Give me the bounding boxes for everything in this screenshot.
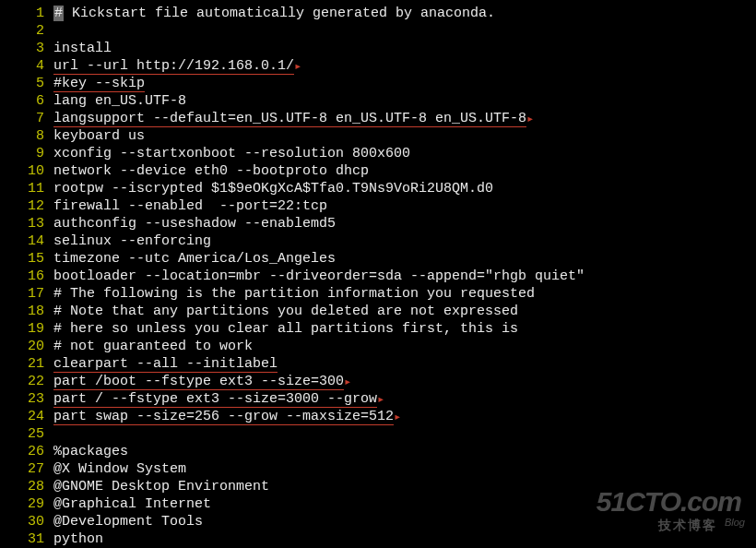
line-number: 23 bbox=[0, 390, 53, 408]
line-number: 2 bbox=[0, 22, 53, 40]
code-content[interactable]: network --device eth0 --bootproto dhcp bbox=[53, 162, 756, 180]
code-line[interactable]: 14selinux --enforcing bbox=[0, 232, 756, 250]
code-content[interactable]: langsupport --default=en_US.UTF-8 en_US.… bbox=[53, 110, 756, 127]
arrow-icon: ▸ bbox=[377, 392, 384, 407]
code-line[interactable]: 2 bbox=[0, 22, 756, 40]
line-number: 8 bbox=[0, 127, 53, 145]
line-number: 12 bbox=[0, 197, 53, 215]
line-number: 3 bbox=[0, 40, 53, 57]
code-content[interactable]: install bbox=[53, 40, 756, 57]
code-line[interactable]: 19# here so unless you clear all partiti… bbox=[0, 320, 756, 338]
code-line[interactable]: 8keyboard us bbox=[0, 127, 756, 145]
code-content[interactable]: rootpw --iscrypted $1$9eOKgXcA$Tfa0.T9Ns… bbox=[53, 180, 756, 197]
code-line[interactable]: 22part /boot --fstype ext3 --size=300▸ bbox=[0, 373, 756, 390]
code-content[interactable]: @X Window System bbox=[53, 460, 756, 478]
code-content[interactable]: keyboard us bbox=[53, 127, 756, 145]
code-line[interactable]: 15timezone --utc America/Los_Angeles bbox=[0, 250, 756, 268]
line-number: 6 bbox=[0, 92, 53, 110]
code-line[interactable]: 6lang en_US.UTF-8 bbox=[0, 92, 756, 110]
line-number: 20 bbox=[0, 338, 53, 355]
code-editor[interactable]: 1# Kickstart file automatically generate… bbox=[0, 0, 756, 548]
code-line[interactable]: 21clearpart --all --initlabel bbox=[0, 355, 756, 373]
line-number: 19 bbox=[0, 320, 53, 338]
line-number: 16 bbox=[0, 268, 53, 285]
code-line[interactable]: 17# The following is the partition infor… bbox=[0, 285, 756, 303]
code-content[interactable]: @GNOME Desktop Environment bbox=[53, 478, 756, 495]
code-line[interactable]: 10network --device eth0 --bootproto dhcp bbox=[0, 162, 756, 180]
arrow-icon: ▸ bbox=[526, 112, 534, 126]
code-line[interactable]: 9xconfig --startxonboot --resolution 800… bbox=[0, 145, 756, 162]
code-content[interactable]: part / --fstype ext3 --size=3000 --grow▸ bbox=[53, 390, 756, 408]
line-number: 25 bbox=[0, 425, 53, 443]
code-content[interactable]: lang en_US.UTF-8 bbox=[53, 92, 756, 110]
code-content[interactable]: # not guaranteed to work bbox=[53, 338, 756, 355]
line-number: 5 bbox=[0, 75, 53, 92]
code-content[interactable]: firewall --enabled --port=22:tcp bbox=[53, 197, 756, 215]
code-line[interactable]: 30@Development Tools bbox=[0, 513, 756, 530]
line-number: 28 bbox=[0, 478, 53, 495]
code-line[interactable]: 5#key --skip bbox=[0, 75, 756, 92]
code-line[interactable]: 16bootloader --location=mbr --driveorder… bbox=[0, 268, 756, 285]
line-number: 7 bbox=[0, 110, 53, 127]
code-line[interactable]: 28@GNOME Desktop Environment bbox=[0, 478, 756, 495]
line-number: 27 bbox=[0, 460, 53, 478]
code-content[interactable]: # Kickstart file automatically generated… bbox=[53, 5, 756, 22]
code-line[interactable]: 25 bbox=[0, 425, 756, 443]
line-number: 22 bbox=[0, 373, 53, 390]
code-line[interactable]: 26%packages bbox=[0, 443, 756, 460]
line-number: 4 bbox=[0, 57, 53, 75]
code-content[interactable]: @Development Tools bbox=[53, 513, 756, 530]
code-content[interactable]: python bbox=[53, 530, 756, 548]
code-content[interactable]: #key --skip bbox=[53, 75, 756, 92]
line-number: 13 bbox=[0, 215, 53, 232]
code-content[interactable]: part swap --size=256 --grow --maxsize=51… bbox=[53, 408, 756, 425]
code-content[interactable]: authconfig --useshadow --enablemd5 bbox=[53, 215, 756, 232]
line-number: 31 bbox=[0, 530, 53, 548]
arrow-icon: ▸ bbox=[394, 410, 401, 424]
line-number: 9 bbox=[0, 145, 53, 162]
arrow-icon: ▸ bbox=[344, 375, 351, 389]
code-content[interactable]: # here so unless you clear all partition… bbox=[53, 320, 756, 338]
line-number: 18 bbox=[0, 303, 53, 320]
code-line[interactable]: 12firewall --enabled --port=22:tcp bbox=[0, 197, 756, 215]
code-line[interactable]: 20# not guaranteed to work bbox=[0, 338, 756, 355]
code-content[interactable]: # The following is the partition informa… bbox=[53, 285, 756, 303]
code-line[interactable]: 18# Note that any partitions you deleted… bbox=[0, 303, 756, 320]
line-number: 29 bbox=[0, 495, 53, 513]
code-content[interactable]: xconfig --startxonboot --resolution 800x… bbox=[53, 145, 756, 162]
code-line[interactable]: 31python bbox=[0, 530, 756, 548]
code-line[interactable]: 1# Kickstart file automatically generate… bbox=[0, 5, 756, 22]
code-content[interactable]: @Graphical Internet bbox=[53, 495, 756, 513]
line-number: 15 bbox=[0, 250, 53, 268]
code-line[interactable]: 27@X Window System bbox=[0, 460, 756, 478]
arrow-icon: ▸ bbox=[294, 59, 301, 74]
code-content[interactable]: part /boot --fstype ext3 --size=300▸ bbox=[53, 373, 756, 390]
line-number: 10 bbox=[0, 162, 53, 180]
code-line[interactable]: 24part swap --size=256 --grow --maxsize=… bbox=[0, 408, 756, 425]
line-number: 17 bbox=[0, 285, 53, 303]
code-content[interactable]: url --url http://192.168.0.1/▸ bbox=[53, 57, 756, 75]
code-line[interactable]: 13authconfig --useshadow --enablemd5 bbox=[0, 215, 756, 232]
code-content[interactable]: selinux --enforcing bbox=[53, 232, 756, 250]
line-number: 1 bbox=[0, 5, 53, 22]
line-number: 24 bbox=[0, 408, 53, 425]
code-content[interactable]: timezone --utc America/Los_Angeles bbox=[53, 250, 756, 268]
code-content[interactable]: # Note that any partitions you deleted a… bbox=[53, 303, 756, 320]
code-content[interactable]: %packages bbox=[53, 443, 756, 460]
code-content[interactable]: clearpart --all --initlabel bbox=[53, 355, 756, 373]
code-line[interactable]: 23part / --fstype ext3 --size=3000 --gro… bbox=[0, 390, 756, 408]
code-line[interactable]: 4url --url http://192.168.0.1/▸ bbox=[0, 57, 756, 75]
code-line[interactable]: 7langsupport --default=en_US.UTF-8 en_US… bbox=[0, 110, 756, 127]
line-number: 11 bbox=[0, 180, 53, 197]
code-content[interactable]: bootloader --location=mbr --driveorder=s… bbox=[53, 268, 756, 285]
code-line[interactable]: 11rootpw --iscrypted $1$9eOKgXcA$Tfa0.T9… bbox=[0, 180, 756, 197]
code-line[interactable]: 29@Graphical Internet bbox=[0, 495, 756, 513]
line-number: 26 bbox=[0, 443, 53, 460]
line-number: 14 bbox=[0, 232, 53, 250]
line-number: 21 bbox=[0, 355, 53, 373]
code-line[interactable]: 3install bbox=[0, 40, 756, 57]
line-number: 30 bbox=[0, 513, 53, 530]
